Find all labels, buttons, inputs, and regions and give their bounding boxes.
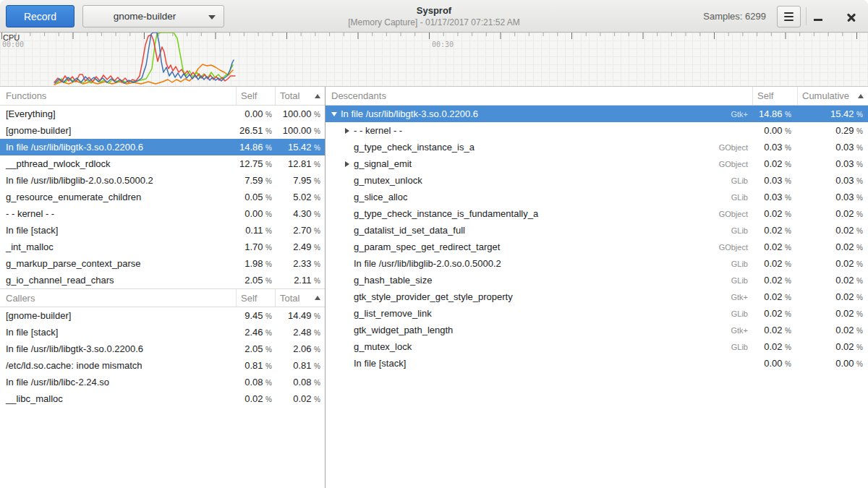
table-row[interactable]: g_io_channel_read_chars2.05 %2.11 % bbox=[0, 272, 325, 288]
symbol-name: In file /usr/lib/libc-2.24.so bbox=[0, 377, 236, 388]
functions-table: [Everything]0.00 %100.00 %[gnome-builder… bbox=[0, 106, 325, 288]
column-header-descendants[interactable]: Descendants bbox=[326, 87, 752, 105]
process-selector[interactable]: gnome-builder bbox=[82, 5, 224, 27]
column-header-cumulative[interactable]: Cumulative bbox=[797, 87, 868, 105]
self-value: 1.98 % bbox=[236, 258, 275, 269]
table-row[interactable]: In file /usr/lib/libgtk-3.so.0.2200.614.… bbox=[0, 139, 325, 155]
self-value: 2.46 % bbox=[236, 327, 275, 338]
column-header-self[interactable]: Self bbox=[236, 87, 275, 105]
table-row[interactable]: g_mutex_unlockGLib0.03 %0.03 % bbox=[326, 172, 868, 189]
table-row[interactable]: g_list_remove_linkGLib0.02 %0.02 % bbox=[326, 305, 868, 322]
table-row[interactable]: In file [stack]0.11 %2.70 % bbox=[0, 222, 325, 239]
self-value: 0.00 % bbox=[752, 125, 797, 136]
table-row[interactable]: g_param_spec_get_redirect_targetGObject0… bbox=[326, 239, 868, 255]
self-value: 1.70 % bbox=[236, 241, 275, 252]
column-header-self[interactable]: Self bbox=[236, 289, 275, 307]
table-row[interactable]: In file /usr/lib/libglib-2.0.so.0.5000.2… bbox=[326, 255, 868, 272]
table-row[interactable]: gtk_widget_path_lengthGtk+0.02 %0.02 % bbox=[326, 322, 868, 338]
self-value: 0.02 % bbox=[236, 393, 275, 404]
library-tag: GLib bbox=[731, 226, 752, 235]
sort-ascending-icon bbox=[315, 94, 320, 98]
total-value: 7.95 % bbox=[275, 175, 325, 186]
self-value: 0.02 % bbox=[752, 291, 797, 302]
record-button[interactable]: Record bbox=[6, 5, 75, 27]
table-row[interactable]: g_signal_emitGObject0.02 %0.03 % bbox=[326, 155, 868, 172]
expander-expanded-icon[interactable] bbox=[330, 110, 339, 119]
hamburger-icon bbox=[784, 12, 793, 21]
self-value: 14.86 % bbox=[236, 142, 275, 153]
close-button[interactable] bbox=[839, 0, 864, 33]
cumulative-value: 0.02 % bbox=[797, 275, 868, 286]
column-header-self[interactable]: Self bbox=[752, 87, 797, 105]
column-header-total[interactable]: Total bbox=[275, 289, 325, 307]
table-row[interactable]: __pthread_rwlock_rdlock12.75 %12.81 % bbox=[0, 155, 325, 172]
symbol-name: g_list_remove_link bbox=[354, 308, 432, 319]
table-row[interactable]: [gnome-builder]26.51 %100.00 % bbox=[0, 122, 325, 139]
total-value: 4.30 % bbox=[275, 208, 325, 219]
symbol-name: In file [stack] bbox=[0, 327, 236, 338]
table-row[interactable]: - - kernel - -0.00 %0.29 % bbox=[326, 122, 868, 139]
symbol-name: gtk_widget_path_length bbox=[354, 325, 453, 335]
table-row[interactable]: g_markup_parse_context_parse1.98 %2.33 % bbox=[0, 255, 325, 272]
total-value: 0.08 % bbox=[275, 377, 325, 388]
profile-panes: Functions Self Total [Everything]0.00 %1… bbox=[0, 87, 868, 488]
table-row[interactable]: g_type_check_instance_is_aGObject0.03 %0… bbox=[326, 139, 868, 155]
cumulative-value: 0.03 % bbox=[797, 142, 868, 153]
table-row[interactable]: g_mutex_lockGLib0.02 %0.02 % bbox=[326, 338, 868, 355]
symbol-name: /etc/ld.so.cache: inode mismatch bbox=[0, 360, 236, 371]
self-value: 0.02 % bbox=[752, 225, 797, 236]
self-value: 14.86 % bbox=[752, 108, 797, 119]
library-tag: GObject bbox=[719, 143, 752, 152]
table-row[interactable]: In file [stack]0.00 %0.00 % bbox=[326, 355, 868, 372]
dropdown-caret-icon bbox=[208, 15, 216, 20]
symbol-name: gtk_style_provider_get_style_property bbox=[354, 291, 513, 302]
cumulative-value: 0.29 % bbox=[797, 125, 868, 136]
table-row[interactable]: g_slice_allocGLib0.03 %0.03 % bbox=[326, 189, 868, 205]
table-row[interactable]: In file [stack]2.46 %2.48 % bbox=[0, 324, 325, 341]
callers-table: [gnome-builder]9.45 %14.49 %In file [sta… bbox=[0, 307, 325, 407]
menu-button[interactable] bbox=[777, 6, 801, 27]
table-row[interactable]: __libc_malloc0.02 %0.02 % bbox=[0, 390, 325, 407]
expander-spacer bbox=[343, 210, 352, 218]
self-value: 0.05 % bbox=[236, 192, 275, 202]
table-row[interactable]: g_resource_enumerate_children0.05 %5.02 … bbox=[0, 189, 325, 205]
table-row[interactable]: g_datalist_id_set_data_fullGLib0.02 %0.0… bbox=[326, 222, 868, 239]
descendants-pane: Descendants Self Cumulative In file /usr… bbox=[326, 87, 868, 488]
table-row[interactable]: [gnome-builder]9.45 %14.49 % bbox=[0, 307, 325, 324]
library-tag: GLib bbox=[731, 193, 752, 202]
table-row[interactable]: In file /usr/lib/libgtk-3.so.0.2200.62.0… bbox=[0, 341, 325, 357]
cpu-graph[interactable]: CPU 00:0000:30 bbox=[0, 33, 868, 87]
total-value: 12.81 % bbox=[275, 158, 325, 169]
table-row[interactable]: In file /usr/lib/libc-2.24.so0.08 %0.08 … bbox=[0, 374, 325, 390]
table-row[interactable]: /etc/ld.so.cache: inode mismatch0.81 %0.… bbox=[0, 357, 325, 374]
self-value: 0.02 % bbox=[752, 158, 797, 169]
expander-spacer bbox=[343, 326, 352, 335]
self-value: 26.51 % bbox=[236, 125, 275, 136]
table-row[interactable]: [Everything]0.00 %100.00 % bbox=[0, 106, 325, 122]
column-header-callers[interactable]: Callers bbox=[0, 289, 236, 307]
expander-spacer bbox=[343, 176, 352, 185]
table-row[interactable]: g_hash_table_sizeGLib0.02 %0.02 % bbox=[326, 272, 868, 288]
symbol-name: [gnome-builder] bbox=[0, 310, 236, 321]
column-header-total[interactable]: Total bbox=[275, 87, 325, 105]
table-row[interactable]: - - kernel - -0.00 %4.30 % bbox=[0, 205, 325, 222]
library-tag: Gtk+ bbox=[731, 293, 752, 301]
expander-collapsed-icon[interactable] bbox=[343, 127, 352, 135]
total-value: 2.06 % bbox=[275, 343, 325, 354]
self-value: 9.45 % bbox=[236, 310, 275, 321]
minimize-button[interactable] bbox=[806, 0, 830, 33]
self-value: 0.03 % bbox=[752, 142, 797, 153]
table-row[interactable]: g_type_check_instance_is_fundamentally_a… bbox=[326, 205, 868, 222]
expander-collapsed-icon[interactable] bbox=[343, 160, 352, 168]
self-value: 7.59 % bbox=[236, 175, 275, 186]
table-row[interactable]: gtk_style_provider_get_style_propertyGtk… bbox=[326, 288, 868, 305]
self-value: 0.81 % bbox=[236, 360, 275, 371]
expander-spacer bbox=[343, 343, 352, 351]
column-header-functions[interactable]: Functions bbox=[0, 87, 236, 105]
table-row[interactable]: In file /usr/lib/libglib-2.0.so.0.5000.2… bbox=[0, 172, 325, 189]
table-row[interactable]: _int_malloc1.70 %2.49 % bbox=[0, 239, 325, 255]
table-row[interactable]: In file /usr/lib/libgtk-3.so.0.2200.6Gtk… bbox=[326, 106, 868, 122]
cumulative-value: 0.02 % bbox=[797, 258, 868, 269]
cumulative-value: 0.02 % bbox=[797, 291, 868, 302]
close-icon bbox=[846, 12, 856, 22]
